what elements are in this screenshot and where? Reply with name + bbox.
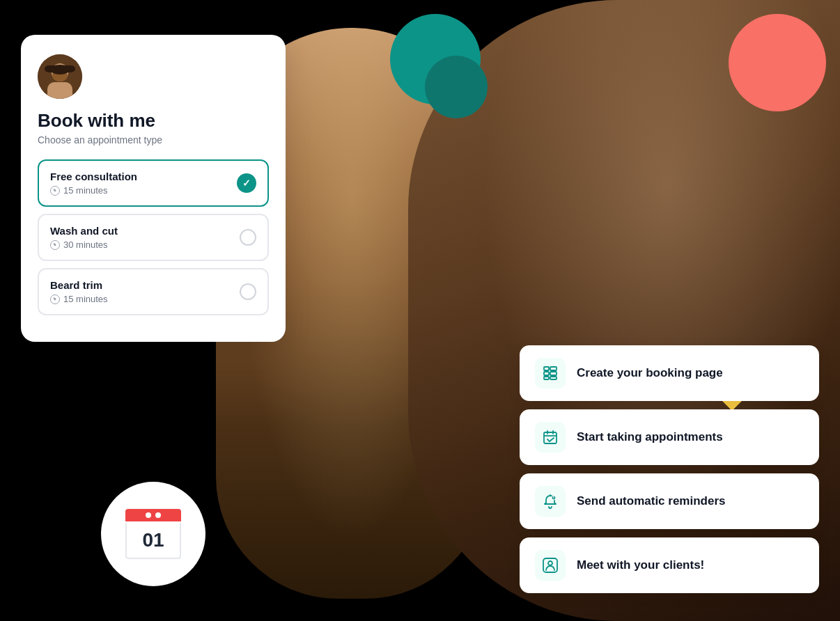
appointment-duration: 15 minutes xyxy=(63,185,108,196)
svg-rect-11 xyxy=(550,377,557,379)
book-title: Book with me xyxy=(38,110,269,132)
features-container: Create your booking page Start taking ap… xyxy=(520,345,819,593)
feature-card-meet-clients: Meet with your clients! xyxy=(520,537,819,593)
svg-point-19 xyxy=(554,498,554,499)
avatar xyxy=(38,54,82,99)
svg-rect-8 xyxy=(544,377,549,379)
create-booking-text: Create your booking page xyxy=(577,366,723,380)
calendar-widget: 01 xyxy=(101,482,205,586)
grid-icon xyxy=(542,365,559,382)
clock-icon xyxy=(50,294,60,304)
selected-check: ✓ xyxy=(237,173,256,193)
svg-point-21 xyxy=(548,561,552,565)
clock-icon xyxy=(50,186,60,196)
radio-button xyxy=(240,283,256,300)
svg-rect-7 xyxy=(544,372,549,375)
send-reminders-text: Send automatic reminders xyxy=(577,494,726,508)
appointment-name: Free consultation xyxy=(50,171,137,182)
coral-circle xyxy=(729,14,826,111)
svg-rect-3 xyxy=(47,82,72,99)
radio-button xyxy=(240,229,256,246)
booking-card: Book with me Choose an appointment type … xyxy=(21,35,286,342)
meet-clients-icon-box xyxy=(535,550,566,581)
svg-rect-10 xyxy=(550,372,557,375)
feature-card-create-booking: Create your booking page xyxy=(520,345,819,401)
svg-rect-12 xyxy=(544,432,557,443)
create-booking-icon-box xyxy=(535,358,566,388)
start-appointments-text: Start taking appointments xyxy=(577,430,723,444)
svg-point-5 xyxy=(50,65,70,74)
svg-rect-6 xyxy=(544,367,549,370)
clock-icon xyxy=(50,240,60,250)
appointment-name: Wash and cut xyxy=(50,225,118,237)
appointment-duration: 30 minutes xyxy=(63,239,108,250)
appointment-duration: 15 minutes xyxy=(63,294,108,304)
appointment-option-free-consultation[interactable]: Free consultation 15 minutes ✓ xyxy=(38,159,269,207)
calendar-check-icon xyxy=(542,429,559,446)
feature-card-start-appointments: Start taking appointments xyxy=(520,409,819,465)
feature-card-send-reminders: Send automatic reminders xyxy=(520,473,819,529)
calendar-day: 01 xyxy=(142,529,164,551)
appointment-option-wash-and-cut[interactable]: Wash and cut 30 minutes xyxy=(38,214,269,261)
bell-icon xyxy=(542,493,559,510)
book-subtitle: Choose an appointment type xyxy=(38,134,269,146)
start-appointments-icon-box xyxy=(535,422,566,453)
meet-clients-text: Meet with your clients! xyxy=(577,558,704,572)
teal-circle-small xyxy=(425,56,488,118)
appointment-option-beard-trim[interactable]: Beard trim 15 minutes xyxy=(38,268,269,315)
svg-rect-9 xyxy=(550,367,557,370)
person-icon xyxy=(542,557,559,574)
send-reminders-icon-box xyxy=(535,486,566,517)
appointment-name: Beard trim xyxy=(50,279,108,291)
